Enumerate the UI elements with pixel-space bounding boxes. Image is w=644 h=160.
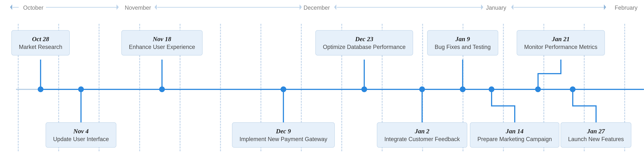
event-date: Oct 28 [19,35,62,43]
event-date: Jan 27 [568,127,624,135]
timeline-marker [280,87,286,92]
event-date: Jan 9 [434,35,491,43]
event-card: Nov 18 Enhance User Experience [122,30,202,55]
chevron-left-icon [511,5,514,10]
event-date: Jan 2 [384,127,460,135]
timeline-marker [78,87,84,92]
event-card: Jan 2 Integrate Customer Feedback [377,122,467,148]
timeline-marker [570,87,576,92]
event-card: Dec 23 Optimize Database Performance [316,30,413,55]
nav-prev-icon [10,5,12,10]
timeline-marker [535,87,541,92]
event-task: Bug Fixes and Testing [434,44,491,50]
event-task: Implement New Payment Gateway [240,136,327,142]
timeline-diagram: { "months":[ {"name":"October","sep":298… [0,0,644,160]
month-label: November [125,5,151,11]
timeline-marker [460,87,466,92]
month-label: December [304,5,330,11]
event-task: Launch New Features [568,136,624,142]
event-date: Jan 21 [524,35,598,43]
timeline-marker [38,87,44,92]
timeline-marker [419,87,425,92]
event-task: Update User Interface [53,136,109,142]
event-task: Optimize Database Performance [323,44,406,50]
event-date: Dec 23 [323,35,406,43]
event-date: Nov 4 [53,127,109,135]
event-task: Integrate Customer Feedback [384,136,460,142]
event-card: Oct 28 Market Research [12,30,70,55]
event-card: Dec 9 Implement New Payment Gateway [232,122,335,148]
event-card: Jan 21 Monitor Performance Metrics [517,30,605,55]
timeline-marker [362,87,367,92]
event-task: Enhance User Experience [129,44,195,50]
chevron-right-icon [116,5,119,10]
chevron-left-icon [154,5,157,10]
event-task: Prepare Marketing Campaign [478,136,552,142]
chevron-right-icon [481,5,483,10]
month-label: February [615,5,638,11]
chevron-left-icon [334,5,336,10]
timeline-marker [489,87,494,92]
timeline-axis [16,89,644,90]
month-label: October [23,5,44,11]
event-card: Jan 9 Bug Fixes and Testing [427,30,498,55]
event-card: Jan 14 Prepare Marketing Campaign [470,122,559,148]
month-label: January [486,5,506,11]
event-date: Dec 9 [240,127,327,135]
event-date: Jan 14 [478,127,552,135]
nav-next-icon [604,5,606,10]
event-card: Jan 27 Launch New Features [561,122,631,148]
event-task: Market Research [19,44,62,50]
chevron-right-icon [300,5,302,10]
event-task: Monitor Performance Metrics [524,44,598,50]
event-date: Nov 18 [129,35,195,43]
timeline-marker [159,87,165,92]
event-card: Nov 4 Update User Interface [46,122,116,148]
